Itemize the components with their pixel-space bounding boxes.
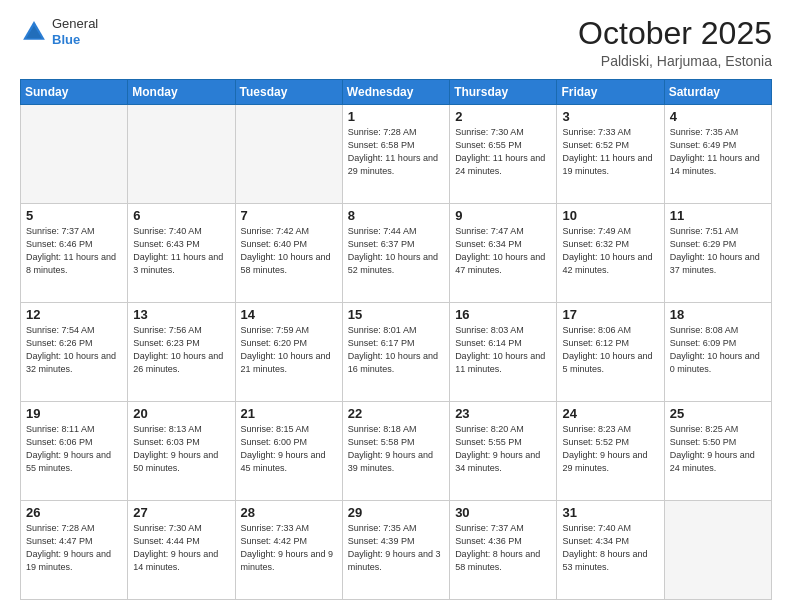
day-number: 17	[562, 307, 658, 322]
day-info: Sunrise: 7:35 AM Sunset: 6:49 PM Dayligh…	[670, 126, 766, 178]
day-number: 28	[241, 505, 337, 520]
day-info: Sunrise: 7:28 AM Sunset: 6:58 PM Dayligh…	[348, 126, 444, 178]
weekday-header: Sunday	[21, 80, 128, 105]
day-number: 12	[26, 307, 122, 322]
day-number: 1	[348, 109, 444, 124]
calendar-cell: 22Sunrise: 8:18 AM Sunset: 5:58 PM Dayli…	[342, 402, 449, 501]
logo: General Blue	[20, 16, 98, 47]
day-info: Sunrise: 7:54 AM Sunset: 6:26 PM Dayligh…	[26, 324, 122, 376]
day-info: Sunrise: 7:30 AM Sunset: 4:44 PM Dayligh…	[133, 522, 229, 574]
page: General Blue October 2025 Paldiski, Harj…	[0, 0, 792, 612]
calendar-cell: 26Sunrise: 7:28 AM Sunset: 4:47 PM Dayli…	[21, 501, 128, 600]
day-info: Sunrise: 7:33 AM Sunset: 6:52 PM Dayligh…	[562, 126, 658, 178]
logo-blue: Blue	[52, 32, 98, 48]
calendar-cell: 20Sunrise: 8:13 AM Sunset: 6:03 PM Dayli…	[128, 402, 235, 501]
day-info: Sunrise: 7:51 AM Sunset: 6:29 PM Dayligh…	[670, 225, 766, 277]
weekday-header: Wednesday	[342, 80, 449, 105]
day-info: Sunrise: 8:20 AM Sunset: 5:55 PM Dayligh…	[455, 423, 551, 475]
weekday-header: Tuesday	[235, 80, 342, 105]
month-title: October 2025	[578, 16, 772, 51]
day-info: Sunrise: 7:30 AM Sunset: 6:55 PM Dayligh…	[455, 126, 551, 178]
day-number: 24	[562, 406, 658, 421]
weekday-header: Monday	[128, 80, 235, 105]
calendar-cell	[128, 105, 235, 204]
day-info: Sunrise: 7:47 AM Sunset: 6:34 PM Dayligh…	[455, 225, 551, 277]
calendar-cell: 23Sunrise: 8:20 AM Sunset: 5:55 PM Dayli…	[450, 402, 557, 501]
day-number: 15	[348, 307, 444, 322]
calendar-cell	[664, 501, 771, 600]
day-info: Sunrise: 7:49 AM Sunset: 6:32 PM Dayligh…	[562, 225, 658, 277]
calendar-cell: 9Sunrise: 7:47 AM Sunset: 6:34 PM Daylig…	[450, 204, 557, 303]
day-number: 22	[348, 406, 444, 421]
day-number: 5	[26, 208, 122, 223]
day-info: Sunrise: 8:11 AM Sunset: 6:06 PM Dayligh…	[26, 423, 122, 475]
day-number: 21	[241, 406, 337, 421]
day-number: 19	[26, 406, 122, 421]
day-info: Sunrise: 7:40 AM Sunset: 6:43 PM Dayligh…	[133, 225, 229, 277]
logo-general: General	[52, 16, 98, 32]
header: General Blue October 2025 Paldiski, Harj…	[20, 16, 772, 69]
weekday-header: Saturday	[664, 80, 771, 105]
calendar-cell: 25Sunrise: 8:25 AM Sunset: 5:50 PM Dayli…	[664, 402, 771, 501]
day-number: 16	[455, 307, 551, 322]
calendar-cell	[235, 105, 342, 204]
calendar-cell: 2Sunrise: 7:30 AM Sunset: 6:55 PM Daylig…	[450, 105, 557, 204]
day-info: Sunrise: 8:15 AM Sunset: 6:00 PM Dayligh…	[241, 423, 337, 475]
day-info: Sunrise: 8:03 AM Sunset: 6:14 PM Dayligh…	[455, 324, 551, 376]
calendar-cell: 15Sunrise: 8:01 AM Sunset: 6:17 PM Dayli…	[342, 303, 449, 402]
calendar-cell: 29Sunrise: 7:35 AM Sunset: 4:39 PM Dayli…	[342, 501, 449, 600]
calendar-cell: 19Sunrise: 8:11 AM Sunset: 6:06 PM Dayli…	[21, 402, 128, 501]
calendar-week-row: 12Sunrise: 7:54 AM Sunset: 6:26 PM Dayli…	[21, 303, 772, 402]
weekday-header-row: SundayMondayTuesdayWednesdayThursdayFrid…	[21, 80, 772, 105]
day-number: 18	[670, 307, 766, 322]
day-info: Sunrise: 7:59 AM Sunset: 6:20 PM Dayligh…	[241, 324, 337, 376]
calendar-cell: 10Sunrise: 7:49 AM Sunset: 6:32 PM Dayli…	[557, 204, 664, 303]
weekday-header: Friday	[557, 80, 664, 105]
day-info: Sunrise: 7:33 AM Sunset: 4:42 PM Dayligh…	[241, 522, 337, 574]
day-number: 23	[455, 406, 551, 421]
day-info: Sunrise: 8:23 AM Sunset: 5:52 PM Dayligh…	[562, 423, 658, 475]
day-number: 4	[670, 109, 766, 124]
title-block: October 2025 Paldiski, Harjumaa, Estonia	[578, 16, 772, 69]
calendar-cell: 12Sunrise: 7:54 AM Sunset: 6:26 PM Dayli…	[21, 303, 128, 402]
day-number: 9	[455, 208, 551, 223]
day-info: Sunrise: 8:06 AM Sunset: 6:12 PM Dayligh…	[562, 324, 658, 376]
day-info: Sunrise: 8:08 AM Sunset: 6:09 PM Dayligh…	[670, 324, 766, 376]
calendar-cell: 6Sunrise: 7:40 AM Sunset: 6:43 PM Daylig…	[128, 204, 235, 303]
calendar-cell: 28Sunrise: 7:33 AM Sunset: 4:42 PM Dayli…	[235, 501, 342, 600]
calendar-week-row: 26Sunrise: 7:28 AM Sunset: 4:47 PM Dayli…	[21, 501, 772, 600]
day-number: 26	[26, 505, 122, 520]
calendar-week-row: 19Sunrise: 8:11 AM Sunset: 6:06 PM Dayli…	[21, 402, 772, 501]
day-info: Sunrise: 7:44 AM Sunset: 6:37 PM Dayligh…	[348, 225, 444, 277]
calendar-week-row: 1Sunrise: 7:28 AM Sunset: 6:58 PM Daylig…	[21, 105, 772, 204]
calendar-cell: 21Sunrise: 8:15 AM Sunset: 6:00 PM Dayli…	[235, 402, 342, 501]
calendar-cell: 16Sunrise: 8:03 AM Sunset: 6:14 PM Dayli…	[450, 303, 557, 402]
day-number: 10	[562, 208, 658, 223]
day-info: Sunrise: 7:42 AM Sunset: 6:40 PM Dayligh…	[241, 225, 337, 277]
day-number: 7	[241, 208, 337, 223]
calendar-cell: 18Sunrise: 8:08 AM Sunset: 6:09 PM Dayli…	[664, 303, 771, 402]
calendar-cell: 13Sunrise: 7:56 AM Sunset: 6:23 PM Dayli…	[128, 303, 235, 402]
day-number: 30	[455, 505, 551, 520]
day-number: 29	[348, 505, 444, 520]
calendar-cell: 7Sunrise: 7:42 AM Sunset: 6:40 PM Daylig…	[235, 204, 342, 303]
calendar-cell: 17Sunrise: 8:06 AM Sunset: 6:12 PM Dayli…	[557, 303, 664, 402]
day-info: Sunrise: 7:56 AM Sunset: 6:23 PM Dayligh…	[133, 324, 229, 376]
calendar-cell: 8Sunrise: 7:44 AM Sunset: 6:37 PM Daylig…	[342, 204, 449, 303]
calendar-cell	[21, 105, 128, 204]
calendar-cell: 14Sunrise: 7:59 AM Sunset: 6:20 PM Dayli…	[235, 303, 342, 402]
day-number: 6	[133, 208, 229, 223]
calendar-week-row: 5Sunrise: 7:37 AM Sunset: 6:46 PM Daylig…	[21, 204, 772, 303]
weekday-header: Thursday	[450, 80, 557, 105]
day-info: Sunrise: 8:13 AM Sunset: 6:03 PM Dayligh…	[133, 423, 229, 475]
day-info: Sunrise: 8:25 AM Sunset: 5:50 PM Dayligh…	[670, 423, 766, 475]
day-number: 14	[241, 307, 337, 322]
day-info: Sunrise: 7:35 AM Sunset: 4:39 PM Dayligh…	[348, 522, 444, 574]
calendar-table: SundayMondayTuesdayWednesdayThursdayFrid…	[20, 79, 772, 600]
calendar-cell: 11Sunrise: 7:51 AM Sunset: 6:29 PM Dayli…	[664, 204, 771, 303]
day-info: Sunrise: 7:37 AM Sunset: 4:36 PM Dayligh…	[455, 522, 551, 574]
day-info: Sunrise: 8:18 AM Sunset: 5:58 PM Dayligh…	[348, 423, 444, 475]
day-info: Sunrise: 7:28 AM Sunset: 4:47 PM Dayligh…	[26, 522, 122, 574]
calendar-cell: 24Sunrise: 8:23 AM Sunset: 5:52 PM Dayli…	[557, 402, 664, 501]
calendar-cell: 5Sunrise: 7:37 AM Sunset: 6:46 PM Daylig…	[21, 204, 128, 303]
